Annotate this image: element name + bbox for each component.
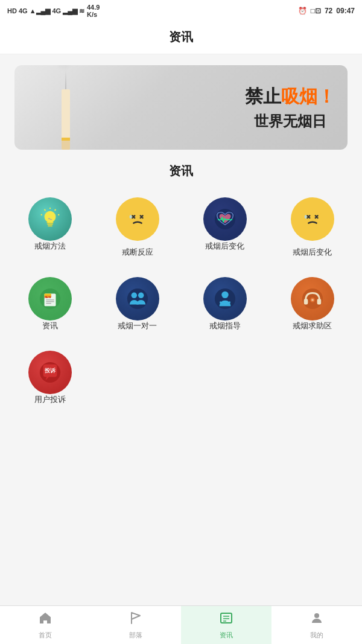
heart-monitor-icon <box>214 208 237 231</box>
time: 09:47 <box>336 7 355 15</box>
face-reaction-icon <box>126 208 149 231</box>
heart-monitor-icon-wrap <box>203 197 247 241</box>
svg-point-20 <box>138 293 144 299</box>
status-right: ⏰ □⊡ 72 09:47 <box>298 7 355 15</box>
grid-item-quit-pair[interactable]: 戒烟一对一 <box>94 269 181 342</box>
quit-guide-label: 戒烟指导 <box>209 320 241 331</box>
grid-row-3: 投诉 用户投诉 <box>0 342 362 416</box>
grid-row-2: NEW 资讯 戒烟一对一 <box>0 269 362 342</box>
quit-help-label: 戒烟求助区 <box>293 320 332 331</box>
banner-text: 禁止吸烟！ 世界无烟日 <box>245 84 335 131</box>
quit-change1-label: 戒烟后变化 <box>205 241 244 252</box>
svg-text:投诉: 投诉 <box>44 368 56 374</box>
grid-row-1: 戒烟方法 戒断反应 <box>0 189 362 269</box>
svg-line-4 <box>40 214 42 215</box>
bottom-nav: 首页 部落 资讯 我的 <box>0 605 362 644</box>
battery-icon: □⊡ <box>311 7 321 15</box>
complaint-icon-wrap: 投诉 <box>28 351 72 394</box>
complaint-label: 用户投诉 <box>34 394 66 405</box>
speed-indicator: 44.9K/s <box>87 4 100 18</box>
home-icon <box>38 611 52 629</box>
complaint-icon: 投诉 <box>39 361 62 384</box>
headphone-icon <box>301 287 324 310</box>
quit-change2-label: 戒烟后变化 <box>293 247 332 258</box>
svg-point-35 <box>314 613 319 618</box>
svg-rect-26 <box>317 299 321 305</box>
grid-item-quit-change1[interactable]: 戒烟后变化 <box>181 189 268 269</box>
nav-item-news[interactable]: 资讯 <box>181 606 272 644</box>
svg-point-18 <box>127 289 147 309</box>
svg-point-7 <box>129 215 132 218</box>
news-label: 资讯 <box>42 320 58 331</box>
svg-rect-25 <box>303 299 308 305</box>
svg-text:NEW: NEW <box>44 296 51 299</box>
grid-item-quit-guide[interactable]: 戒烟指导 <box>181 269 268 342</box>
banner-subtitle: 世界无烟日 <box>245 112 335 131</box>
news-nav-icon <box>219 611 233 629</box>
nav-mine-label: 我的 <box>310 631 323 640</box>
network-indicator: HD 4G ▲▂▄▆ 4G ▂▄▆ ≋ <box>7 7 84 15</box>
alarm-icon: ⏰ <box>298 7 307 15</box>
svg-line-5 <box>44 209 45 211</box>
headphone-icon-wrap <box>291 277 334 320</box>
page-header: 资讯 <box>0 22 362 54</box>
status-left: HD 4G ▲▂▄▆ 4G ▂▄▆ ≋ 44.9K/s <box>7 4 100 18</box>
face2-icon <box>301 208 324 231</box>
smoke-trail <box>65 65 66 89</box>
bulb-icon-wrap <box>28 197 72 241</box>
status-bar: HD 4G ▲▂▄▆ 4G ▂▄▆ ≋ 44.9K/s ⏰ □⊡ 72 09:4… <box>0 0 362 22</box>
svg-point-28 <box>311 299 314 301</box>
battery-level: 72 <box>325 7 332 15</box>
nav-news-label: 资讯 <box>220 631 233 640</box>
grid-item-complaint[interactable]: 投诉 用户投诉 <box>6 342 94 416</box>
quit-method-label: 戒烟方法 <box>34 241 66 252</box>
grid-item-quit-change2[interactable]: 戒烟后变化 <box>268 189 356 269</box>
page-title: 资讯 <box>169 30 193 43</box>
grid-item-quit-method[interactable]: 戒烟方法 <box>6 189 94 269</box>
quit-reaction-label: 戒断反应 <box>122 247 153 258</box>
flag-icon <box>129 611 143 629</box>
person-single-icon-wrap <box>203 277 247 320</box>
nav-home-label: 首页 <box>39 631 52 640</box>
svg-point-23 <box>223 302 226 305</box>
persons-icon <box>126 287 149 310</box>
persons-icon-wrap <box>116 277 159 320</box>
quit-pair-label: 戒烟一对一 <box>118 320 157 331</box>
person-icon <box>310 611 324 629</box>
person-single-icon <box>214 287 237 310</box>
banner-smoke-graphic <box>33 65 99 150</box>
svg-point-22 <box>221 292 228 298</box>
grid-item-news[interactable]: NEW 资讯 <box>6 269 94 342</box>
cigarette-graphic <box>62 89 70 150</box>
main-content: 禁止吸烟！ 世界无烟日 资讯 <box>0 65 362 459</box>
svg-point-9 <box>302 209 322 229</box>
nav-item-home[interactable]: 首页 <box>0 606 91 644</box>
nav-item-tribe[interactable]: 部落 <box>91 606 181 644</box>
banner[interactable]: 禁止吸烟！ 世界无烟日 <box>14 65 348 150</box>
face2-icon-wrap <box>291 197 334 241</box>
svg-line-3 <box>58 214 59 215</box>
svg-point-19 <box>131 293 137 299</box>
grid-item-quit-help[interactable]: 戒烟求助区 <box>268 269 356 342</box>
svg-point-6 <box>127 209 147 229</box>
news-icon-wrap: NEW <box>28 277 72 320</box>
smoke-wisp <box>55 65 73 71</box>
news-icon: NEW <box>39 287 62 310</box>
nav-tribe-label: 部落 <box>129 631 142 640</box>
bulb-icon <box>39 208 62 231</box>
banner-title: 禁止吸烟！ <box>245 84 335 109</box>
svg-point-10 <box>304 215 306 218</box>
grid-item-quit-reaction[interactable]: 戒断反应 <box>94 189 181 269</box>
svg-line-2 <box>54 209 56 211</box>
nav-item-mine[interactable]: 我的 <box>272 606 362 644</box>
section-title: 资讯 <box>0 163 362 179</box>
face-reaction-icon-wrap <box>116 197 159 241</box>
